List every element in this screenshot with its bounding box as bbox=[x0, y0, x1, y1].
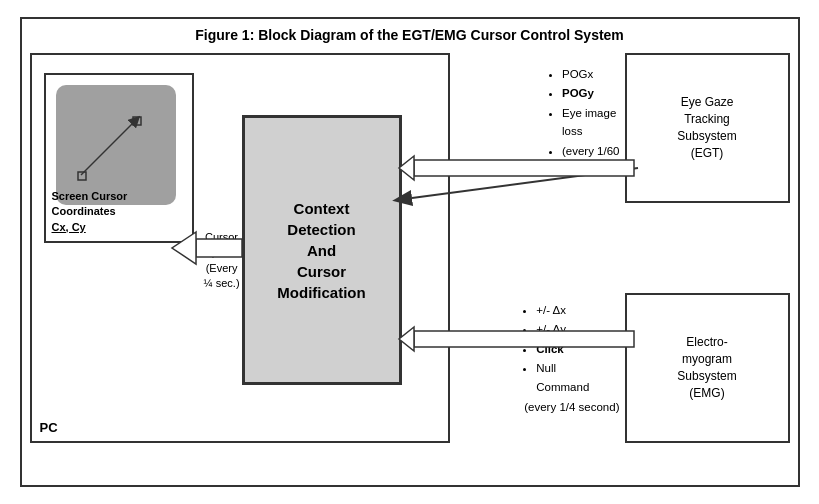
emg-line4: (EMG) bbox=[677, 385, 736, 402]
signal-pogx: POGx bbox=[562, 65, 620, 83]
screen-coords: Screen Cursor Coordinates Cx, Cy bbox=[52, 189, 128, 235]
pc-label: PC bbox=[40, 420, 58, 435]
signal-pogy: POGy bbox=[562, 84, 620, 102]
screen-svg bbox=[56, 85, 176, 205]
emg-signals: +/- Δx +/- Δy Click NullCommand (every 1… bbox=[520, 301, 619, 416]
emg-box: Electro- myogram Subsystem (EMG) bbox=[625, 293, 790, 443]
emg-line1: Electro- bbox=[677, 334, 736, 351]
cursor-update-text: Cursor Update (Every ¼ sec.) bbox=[204, 230, 240, 292]
figure-container: Figure 1: Block Diagram of the EGT/EMG C… bbox=[20, 17, 800, 487]
pc-box: Screen Cursor Coordinates Cx, Cy Cursor … bbox=[30, 53, 450, 443]
signal-null: NullCommand bbox=[536, 359, 619, 396]
cx-cy-label: Cx, Cy bbox=[52, 220, 128, 235]
detection-label: Detection bbox=[277, 219, 365, 240]
signal-emg-freq: (every 1/4 second) bbox=[520, 398, 619, 416]
egt-line1: Eye Gaze bbox=[677, 94, 736, 111]
screen-inner bbox=[56, 85, 176, 205]
context-detection-box: Context Detection And Cursor Modificatio… bbox=[242, 115, 402, 385]
diagram-area: Screen Cursor Coordinates Cx, Cy Cursor … bbox=[30, 53, 790, 468]
cx-cy-text: Cx, Cy bbox=[52, 221, 86, 233]
egt-line3: Subsystem bbox=[677, 128, 736, 145]
svg-line-0 bbox=[81, 120, 136, 175]
signal-egt-freq: (every 1/60second) bbox=[562, 142, 620, 179]
egt-line4: (EGT) bbox=[677, 145, 736, 162]
egt-signals: POGx POGy Eye imageloss (every 1/60secon… bbox=[546, 65, 620, 179]
egt-box: Eye Gaze Tracking Subsystem (EGT) bbox=[625, 53, 790, 203]
screen-coordinates-label: Coordinates bbox=[52, 204, 128, 219]
screen-cursor-label: Screen Cursor bbox=[52, 189, 128, 204]
emg-line2: myogram bbox=[677, 351, 736, 368]
figure-title: Figure 1: Block Diagram of the EGT/EMG C… bbox=[30, 27, 790, 43]
screen-cursor-box: Screen Cursor Coordinates Cx, Cy bbox=[44, 73, 194, 243]
context-text: Context Detection And Cursor Modificatio… bbox=[277, 198, 365, 303]
right-panel: Eye Gaze Tracking Subsystem (EGT) Electr… bbox=[625, 53, 790, 443]
emg-line3: Subsystem bbox=[677, 368, 736, 385]
signal-dx: +/- Δx bbox=[536, 301, 619, 319]
signal-dy: +/- Δy bbox=[536, 320, 619, 338]
signal-eye-image: Eye imageloss bbox=[562, 104, 620, 141]
signal-click: Click bbox=[536, 340, 619, 358]
egt-line2: Tracking bbox=[677, 111, 736, 128]
